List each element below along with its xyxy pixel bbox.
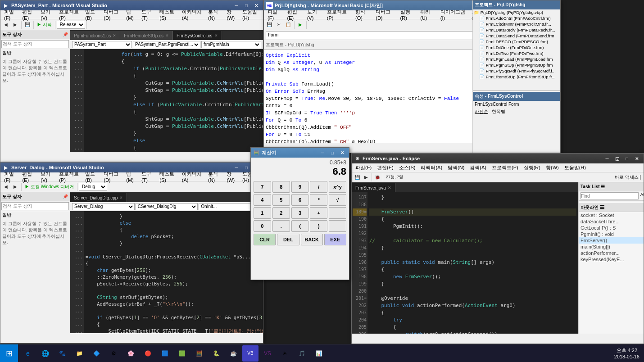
tab-frmserver[interactable]: FrmServer.java ✕ <box>352 183 395 192</box>
menu-tools-1[interactable]: 도구(T) <box>139 8 157 21</box>
tb-vb-2[interactable]: ✂ <box>274 20 283 29</box>
calc-btn-div[interactable]: / <box>310 181 327 193</box>
menu-diagram-vb[interactable]: 다이어그램(I) <box>438 8 469 21</box>
menu-analyze-1[interactable]: 분석(N) <box>205 8 224 21</box>
menu-search-e[interactable]: 검색(A) <box>467 164 489 172</box>
outline-item[interactable]: keyPressed(KeyE... <box>579 256 644 262</box>
taskbar-vs[interactable]: VS <box>259 345 276 362</box>
calc-btn-dot[interactable]: . <box>272 220 290 232</box>
menu-team-1[interactable]: 팀(M) <box>123 8 139 21</box>
toolbox-search-input-2[interactable] <box>1 202 69 210</box>
close-btn-e[interactable]: ✕ <box>632 154 642 163</box>
calc-btn-lparen[interactable]: ( <box>291 220 309 232</box>
tb-vb-3[interactable]: 📋 <box>284 20 293 29</box>
calc-btn-3[interactable]: 3 <box>291 207 309 219</box>
taskbar-app5[interactable]: 🌸 <box>122 345 139 362</box>
task-find-input[interactable] <box>581 192 639 199</box>
minimize-btn-calc[interactable]: ─ <box>317 148 327 157</box>
menu-window-2[interactable]: 창(W) <box>224 170 240 183</box>
menu-team-2[interactable]: 팀(M) <box>123 170 139 183</box>
menu-file-1[interactable]: 파일(F) <box>1 8 19 21</box>
taskbar-ie[interactable]: e <box>20 345 36 362</box>
taskbar-app8[interactable]: 🟩 <box>174 345 190 362</box>
menu-help-e[interactable]: 도움말(H) <box>562 164 589 172</box>
menu-test-1[interactable]: 테스트(S) <box>157 8 179 21</box>
taskbar-calc-tray[interactable]: 🧮 <box>191 345 207 362</box>
toolbox-search-input-1[interactable] <box>1 40 69 48</box>
toolbox-pin-2[interactable]: 📌 <box>63 194 68 199</box>
tb-back-1[interactable]: ◀ <box>1 20 10 29</box>
taskbar-app9[interactable]: 🐍 <box>208 345 224 362</box>
tb-run-1[interactable]: ▶ 시작 <box>35 20 54 29</box>
location-class-1[interactable]: PASystem_Part.PgmFuncti... <box>133 41 200 48</box>
tb-vb-1[interactable]: 💾 <box>265 20 274 29</box>
menu-test-2[interactable]: 테스트(S) <box>157 170 179 183</box>
location-member-1[interactable]: frmPgmMain <box>201 41 261 48</box>
menu-help-1[interactable]: 도움말(H) <box>240 8 262 21</box>
eclipse-quick-access[interactable]: 바로 액세스 | <box>613 174 643 181</box>
tree-item[interactable]: 📄 FrmLDataSend (FrmPDataSend.frm <box>473 33 560 39</box>
taskbar-app6[interactable]: 🔴 <box>140 345 156 362</box>
minimize-btn-e[interactable]: ─ <box>602 154 612 163</box>
taskbar-app2[interactable]: 📁 <box>71 345 87 362</box>
task-all-btn[interactable]: All <box>640 192 644 199</box>
menu-debug-1[interactable]: 디버그(D) <box>101 8 123 21</box>
menu-analyze-2[interactable]: 분석(N) <box>205 170 224 183</box>
menu-arch-2[interactable]: 아키텍처(A) <box>179 170 205 183</box>
menu-debug-2[interactable]: 디버그(D) <box>101 170 123 183</box>
calc-btn-6[interactable]: 6 <box>291 194 309 206</box>
menu-file-2[interactable]: 파일(F) <box>1 170 19 183</box>
tree-item[interactable]: 📄 FrmLDilTwo (FrmPDilTwo.frm) <box>473 50 560 56</box>
taskbar-eclipse[interactable]: ☀ <box>277 345 293 362</box>
menu-navigate-e[interactable]: 탐색(N) <box>445 164 467 172</box>
outline-item[interactable]: GetLocalIP() : S <box>579 225 644 231</box>
toolbox-pin-1[interactable]: 📌 <box>63 32 68 37</box>
taskbar-app11[interactable]: 🎵 <box>294 345 310 362</box>
taskbar-chrome[interactable]: 🌐 <box>37 345 53 362</box>
props-tab-cat[interactable]: 한목별 <box>492 109 505 115</box>
menu-file-e[interactable]: 파일(F) <box>353 164 374 172</box>
calc-btn-4[interactable]: 4 <box>254 194 271 206</box>
menu-tools-2[interactable]: 도구(T) <box>139 170 157 183</box>
menu-project-vb[interactable]: 프로젝트(P) <box>324 8 353 21</box>
calc-btn-8[interactable]: 8 <box>272 181 290 193</box>
calc-btn-9[interactable]: 9 <box>291 181 309 193</box>
menu-view-vb[interactable]: 보기(V) <box>304 8 324 21</box>
tree-item[interactable]: 📄 FrmLDESCO (FrmPDESCO.frm) <box>473 39 560 45</box>
menu-window-e[interactable]: 창(W) <box>543 164 562 172</box>
menu-build-2[interactable]: 빌드(B) <box>82 170 101 183</box>
tb-e-debug[interactable]: 🐞 <box>373 173 382 182</box>
start-button[interactable]: ⊞ <box>0 344 18 362</box>
calc-btn-1[interactable]: 1 <box>254 207 271 219</box>
outline-item[interactable]: PgmInit() : void <box>579 231 644 237</box>
menu-source-e[interactable]: 소스(S) <box>396 164 418 172</box>
calc-btn-0[interactable]: 0 <box>254 220 271 232</box>
outline-item[interactable]: main(String[]) <box>579 244 644 250</box>
menu-build-1[interactable]: 빌드(B) <box>82 8 101 21</box>
outline-item[interactable]: FrmServer() <box>579 237 644 244</box>
tree-item[interactable]: 📄 FrmLRemtStUp (FrmPRemtStUp.fr... <box>473 74 560 80</box>
menu-project-2[interactable]: 프로젝트(P) <box>56 170 82 183</box>
tree-item[interactable]: 📄 FrmLPgmStUp (FrmPPgmStUp.frm <box>473 62 560 68</box>
calc-btn-del[interactable]: DEL <box>277 234 299 245</box>
tree-root[interactable]: 📁 PrjLD|Ygtshg (PrjPDjYgtshg.vbp) <box>473 9 560 15</box>
props-tab-alpha[interactable]: 사전순 <box>475 109 488 115</box>
tree-item[interactable]: 📄 FrmLAdoCntrl (FrmPAdoCntrl.frm) <box>473 15 560 21</box>
menu-query-vb[interactable]: 쿼리(U) <box>417 8 438 21</box>
menu-edit-vb[interactable]: 편집(E) <box>285 8 304 21</box>
calc-btn-rparen[interactable]: ) <box>310 220 327 232</box>
calc-btn-2[interactable]: 2 <box>272 207 290 219</box>
tab-pgmfunctions[interactable]: PgmFunctions1.cs ✕ <box>70 31 120 40</box>
outline-item[interactable]: dataSocketThre... <box>579 218 644 225</box>
taskbar-app7[interactable]: 🟦 <box>157 345 173 362</box>
tb-vb-run[interactable]: ▶ <box>296 20 305 29</box>
maximize-btn-calc[interactable]: □ <box>327 148 337 157</box>
tree-item[interactable]: 📄 FrmLPgmLoad (FrmPPgmLoad.frm <box>473 56 560 62</box>
outline-item[interactable]: actionPerformer... <box>579 250 644 256</box>
tree-item[interactable]: 📄 FrmLCitcitMntr (FrmPCrcitMntr.fr... <box>473 21 560 27</box>
calc-btn-back[interactable]: BACK <box>301 234 323 245</box>
calc-btn-add[interactable]: + <box>310 207 327 219</box>
build-config-2[interactable]: Debug Release <box>79 183 107 191</box>
menu-edit-e[interactable]: 편집(E) <box>374 164 396 172</box>
location-project-2[interactable]: Server_Dialog <box>72 203 135 210</box>
